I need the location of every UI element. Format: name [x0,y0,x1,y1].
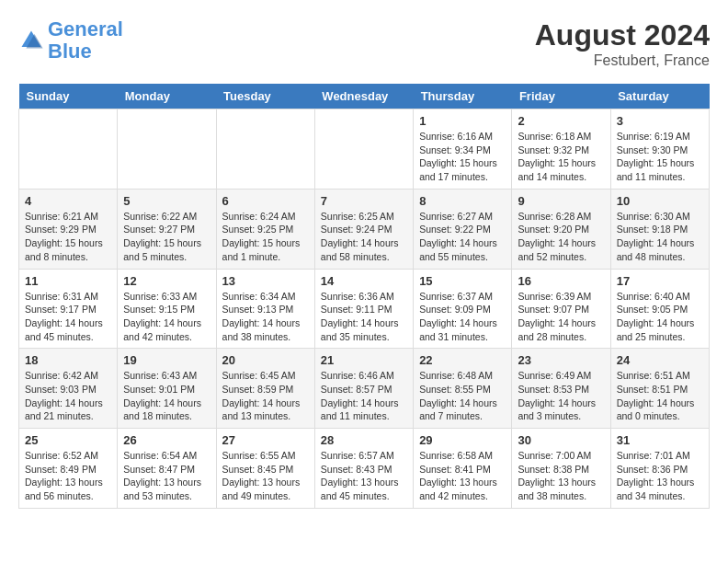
day-cell: 3Sunrise: 6:19 AMSunset: 9:30 PMDaylight… [610,109,709,190]
day-info: Sunrise: 6:43 AMSunset: 9:01 PMDaylight:… [123,369,210,423]
day-number: 13 [222,274,309,288]
day-cell: 13Sunrise: 6:34 AMSunset: 9:13 PMDayligh… [216,269,314,349]
main-title: August 2024 [535,18,710,52]
day-info: Sunrise: 6:49 AMSunset: 8:53 PMDaylight:… [518,369,604,423]
day-info: Sunrise: 6:52 AMSunset: 8:49 PMDaylight:… [25,449,111,503]
week-row-2: 4Sunrise: 6:21 AMSunset: 9:29 PMDaylight… [19,189,710,269]
day-info: Sunrise: 6:42 AMSunset: 9:03 PMDaylight:… [25,369,111,423]
calendar-header: SundayMondayTuesdayWednesdayThursdayFrid… [19,84,710,109]
day-cell: 1Sunrise: 6:16 AMSunset: 9:34 PMDaylight… [414,109,512,190]
day-number: 16 [518,274,604,288]
day-info: Sunrise: 6:30 AMSunset: 9:18 PMDaylight:… [617,210,703,264]
day-info: Sunrise: 6:24 AMSunset: 9:25 PMDaylight:… [222,210,309,264]
day-info: Sunrise: 6:48 AMSunset: 8:55 PMDaylight:… [419,369,506,423]
day-cell: 23Sunrise: 6:49 AMSunset: 8:53 PMDayligh… [512,349,610,429]
header-row: SundayMondayTuesdayWednesdayThursdayFrid… [19,84,710,109]
day-number: 25 [25,433,111,447]
logo-blue: Blue [48,40,92,63]
day-number: 14 [321,274,407,288]
day-info: Sunrise: 6:51 AMSunset: 8:51 PMDaylight:… [617,369,703,423]
day-info: Sunrise: 6:36 AMSunset: 9:11 PMDaylight:… [321,290,407,344]
day-cell: 9Sunrise: 6:28 AMSunset: 9:20 PMDaylight… [512,189,610,269]
day-number: 21 [321,353,407,367]
day-cell [216,109,314,190]
day-info: Sunrise: 6:22 AMSunset: 9:27 PMDaylight:… [123,210,210,264]
day-number: 11 [25,274,111,288]
calendar-body: 1Sunrise: 6:16 AMSunset: 9:34 PMDaylight… [19,109,710,509]
day-number: 23 [518,353,604,367]
day-cell: 2Sunrise: 6:18 AMSunset: 9:32 PMDaylight… [512,109,610,190]
day-number: 26 [123,433,210,447]
day-info: Sunrise: 6:34 AMSunset: 9:13 PMDaylight:… [222,290,309,344]
week-row-3: 11Sunrise: 6:31 AMSunset: 9:17 PMDayligh… [19,269,710,349]
day-number: 22 [419,353,506,367]
title-block: August 2024 Festubert, France [535,18,710,69]
logo-general: General [48,17,123,40]
day-number: 7 [321,194,407,208]
day-number: 28 [321,433,407,447]
week-row-4: 18Sunrise: 6:42 AMSunset: 9:03 PMDayligh… [19,349,710,429]
day-info: Sunrise: 6:19 AMSunset: 9:30 PMDaylight:… [617,130,703,184]
week-row-5: 25Sunrise: 6:52 AMSunset: 8:49 PMDayligh… [19,429,710,509]
day-cell: 24Sunrise: 6:51 AMSunset: 8:51 PMDayligh… [610,349,709,429]
day-number: 27 [222,433,309,447]
page-header: General Blue August 2024 Festubert, Fran… [18,18,710,69]
day-cell: 8Sunrise: 6:27 AMSunset: 9:22 PMDaylight… [414,189,512,269]
day-number: 9 [518,194,604,208]
day-number: 30 [518,433,604,447]
calendar-table: SundayMondayTuesdayWednesdayThursdayFrid… [18,84,710,509]
header-cell-saturday: Saturday [610,84,709,109]
subtitle: Festubert, France [535,52,710,69]
logo: General Blue [18,18,123,63]
day-number: 3 [617,114,703,128]
week-row-1: 1Sunrise: 6:16 AMSunset: 9:34 PMDaylight… [19,109,710,190]
day-info: Sunrise: 6:40 AMSunset: 9:05 PMDaylight:… [617,290,703,344]
day-cell: 18Sunrise: 6:42 AMSunset: 9:03 PMDayligh… [19,349,118,429]
day-info: Sunrise: 6:18 AMSunset: 9:32 PMDaylight:… [518,130,604,184]
day-cell: 7Sunrise: 6:25 AMSunset: 9:24 PMDaylight… [314,189,413,269]
day-info: Sunrise: 6:55 AMSunset: 8:45 PMDaylight:… [222,449,309,503]
day-cell [314,109,413,190]
header-cell-sunday: Sunday [19,84,118,109]
day-cell: 5Sunrise: 6:22 AMSunset: 9:27 PMDaylight… [118,189,216,269]
day-number: 15 [419,274,506,288]
day-cell: 17Sunrise: 6:40 AMSunset: 9:05 PMDayligh… [610,269,709,349]
day-cell: 12Sunrise: 6:33 AMSunset: 9:15 PMDayligh… [118,269,216,349]
day-cell: 10Sunrise: 6:30 AMSunset: 9:18 PMDayligh… [610,189,709,269]
day-cell: 26Sunrise: 6:54 AMSunset: 8:47 PMDayligh… [118,429,216,509]
day-cell: 16Sunrise: 6:39 AMSunset: 9:07 PMDayligh… [512,269,610,349]
day-info: Sunrise: 7:01 AMSunset: 8:36 PMDaylight:… [617,449,703,503]
day-cell [118,109,216,190]
header-cell-thursday: Thursday [414,84,512,109]
day-number: 12 [123,274,210,288]
logo-icon [18,28,44,53]
header-cell-friday: Friday [512,84,610,109]
day-cell: 22Sunrise: 6:48 AMSunset: 8:55 PMDayligh… [414,349,512,429]
day-number: 8 [419,194,506,208]
day-number: 31 [617,433,703,447]
day-cell: 19Sunrise: 6:43 AMSunset: 9:01 PMDayligh… [118,349,216,429]
day-number: 20 [222,353,309,367]
header-cell-monday: Monday [118,84,216,109]
day-cell: 27Sunrise: 6:55 AMSunset: 8:45 PMDayligh… [216,429,314,509]
header-cell-tuesday: Tuesday [216,84,314,109]
day-cell: 11Sunrise: 6:31 AMSunset: 9:17 PMDayligh… [19,269,118,349]
day-number: 18 [25,353,111,367]
day-number: 17 [617,274,703,288]
day-cell: 30Sunrise: 7:00 AMSunset: 8:38 PMDayligh… [512,429,610,509]
day-info: Sunrise: 7:00 AMSunset: 8:38 PMDaylight:… [518,449,604,503]
day-number: 5 [123,194,210,208]
day-info: Sunrise: 6:25 AMSunset: 9:24 PMDaylight:… [321,210,407,264]
day-number: 4 [25,194,111,208]
day-number: 6 [222,194,309,208]
day-cell: 31Sunrise: 7:01 AMSunset: 8:36 PMDayligh… [610,429,709,509]
day-info: Sunrise: 6:21 AMSunset: 9:29 PMDaylight:… [25,210,111,264]
day-info: Sunrise: 6:28 AMSunset: 9:20 PMDaylight:… [518,210,604,264]
day-cell: 21Sunrise: 6:46 AMSunset: 8:57 PMDayligh… [314,349,413,429]
day-cell: 28Sunrise: 6:57 AMSunset: 8:43 PMDayligh… [314,429,413,509]
day-number: 29 [419,433,506,447]
day-info: Sunrise: 6:46 AMSunset: 8:57 PMDaylight:… [321,369,407,423]
day-info: Sunrise: 6:39 AMSunset: 9:07 PMDaylight:… [518,290,604,344]
header-cell-wednesday: Wednesday [314,84,413,109]
day-cell: 15Sunrise: 6:37 AMSunset: 9:09 PMDayligh… [414,269,512,349]
